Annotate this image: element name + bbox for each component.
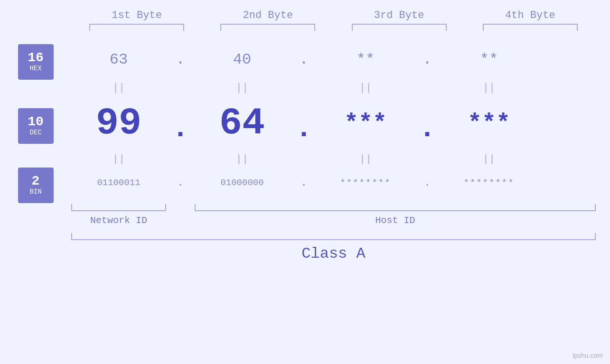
- eq2-4: ||: [441, 149, 536, 168]
- data-columns: 63 . 40 . ** . ** || || || ||: [71, 40, 610, 197]
- content-area: 16 HEX 10 DEC 2 BIN: [0, 40, 610, 202]
- network-id-label: Network ID: [71, 215, 166, 226]
- class-label: Class A: [71, 245, 596, 262]
- bin-badge-label: BIN: [29, 188, 41, 196]
- bottom-bracket-row: [71, 204, 596, 211]
- byte-label-2: 2nd Byte: [220, 9, 315, 21]
- bin-val-4: ********: [441, 168, 536, 197]
- bin-dot-3: .: [413, 168, 441, 197]
- hex-badge-label: HEX: [29, 65, 41, 73]
- eq1-4: ||: [441, 78, 536, 97]
- id-label-row: Network ID Host ID: [71, 215, 596, 226]
- badge-column: 16 HEX 10 DEC 2 BIN: [0, 40, 71, 202]
- hex-badge: 16 HEX: [18, 44, 54, 80]
- bin-row: 01100011 . 01000000 . ******** . *******…: [71, 168, 596, 197]
- main-container: 1st Byte 2nd Byte 3rd Byte 4th Byte 16 H…: [0, 0, 610, 364]
- host-id-label: Host ID: [195, 215, 596, 226]
- bracket-3: [352, 24, 447, 31]
- eq2-3: ||: [318, 149, 413, 168]
- hex-row: 63 . 40 . ** . **: [71, 40, 596, 78]
- bracket-4: [483, 24, 578, 31]
- dec-val-3: ***: [318, 97, 413, 149]
- bin-dot-1: .: [166, 168, 195, 197]
- bottom-area: Network ID Host ID Class A: [0, 204, 610, 262]
- byte-headers: 1st Byte 2nd Byte 3rd Byte 4th Byte: [0, 9, 610, 21]
- dec-row: 99 . 64 . *** . ***: [71, 97, 596, 149]
- bin-val-1: 01100011: [71, 168, 166, 197]
- watermark: ipshu.com: [572, 352, 603, 359]
- hex-val-1: 63: [71, 40, 166, 78]
- eq1-dot-3: [413, 78, 441, 97]
- dec-badge: 10 DEC: [18, 108, 54, 144]
- byte-label-4: 4th Byte: [483, 9, 578, 21]
- byte-label-3: 3rd Byte: [352, 9, 447, 21]
- equals-row-1: || || || ||: [71, 78, 596, 97]
- network-bracket: [71, 204, 166, 211]
- hex-val-2: 40: [195, 40, 290, 78]
- byte-label-1: 1st Byte: [89, 9, 184, 21]
- hex-val-3: **: [318, 40, 413, 78]
- dec-dot-2: .: [290, 97, 318, 149]
- eq1-1: ||: [71, 78, 166, 97]
- bin-badge: 2 BIN: [18, 168, 54, 203]
- eq1-dot-2: [290, 78, 318, 97]
- bin-badge-num: 2: [32, 175, 40, 188]
- eq1-dot-1: [166, 78, 195, 97]
- bracket-1: [89, 24, 184, 31]
- top-bracket-row: [0, 24, 610, 31]
- hex-dot-1: .: [166, 40, 195, 78]
- dec-val-1: 99: [71, 97, 166, 149]
- equals-row-2: || || || ||: [71, 149, 596, 168]
- bin-val-3: ********: [318, 168, 413, 197]
- dec-badge-label: DEC: [29, 129, 41, 137]
- bracket-2: [220, 24, 315, 31]
- eq1-3: ||: [318, 78, 413, 97]
- dec-badge-num: 10: [28, 115, 44, 129]
- eq2-2: ||: [195, 149, 290, 168]
- host-bracket: [195, 204, 596, 211]
- eq2-1: ||: [71, 149, 166, 168]
- dec-dot-3: .: [413, 97, 441, 149]
- hex-dot-3: .: [413, 40, 441, 78]
- hex-dot-2: .: [290, 40, 318, 78]
- dec-val-4: ***: [441, 97, 536, 149]
- bracket-gap-1: [166, 204, 195, 211]
- hex-badge-num: 16: [28, 51, 44, 65]
- dec-dot-1: .: [166, 97, 195, 149]
- id-gap: [166, 215, 195, 226]
- bin-val-2: 01000000: [195, 168, 290, 197]
- class-bracket: [71, 233, 596, 240]
- dec-val-2: 64: [195, 97, 290, 149]
- bin-dot-2: .: [290, 168, 318, 197]
- hex-val-4: **: [441, 40, 536, 78]
- eq1-2: ||: [195, 78, 290, 97]
